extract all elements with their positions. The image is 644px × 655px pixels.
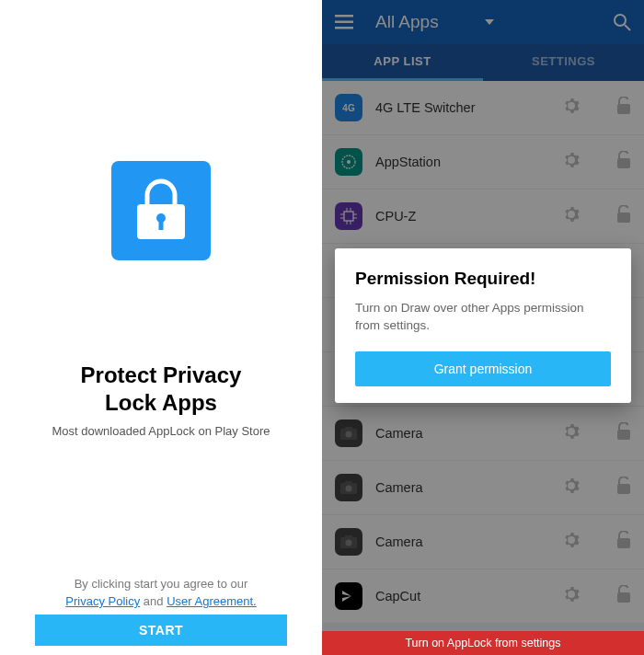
- gear-icon[interactable]: [563, 98, 580, 118]
- lock-open-icon[interactable]: [616, 531, 631, 553]
- privacy-policy-link[interactable]: Privacy Policy: [65, 594, 140, 608]
- gear-icon[interactable]: [563, 586, 580, 606]
- app-icon: [335, 148, 362, 176]
- lock-icon: [133, 178, 189, 243]
- svg-line-6: [625, 25, 630, 30]
- cpu-icon: [340, 208, 357, 224]
- app-row[interactable]: Camera: [322, 515, 644, 569]
- app-name-label: Camera: [375, 426, 550, 441]
- toolbar: All Apps: [322, 0, 644, 44]
- svg-rect-4: [335, 27, 353, 29]
- search-icon[interactable]: [613, 13, 631, 31]
- svg-rect-2: [335, 15, 353, 17]
- svg-rect-27: [617, 430, 630, 440]
- lock-open-icon[interactable]: [616, 585, 631, 607]
- gear-icon[interactable]: [563, 206, 580, 226]
- svg-point-9: [347, 160, 351, 164]
- app-row[interactable]: CPU-Z: [322, 190, 644, 244]
- title-line-1: Protect Privacy: [81, 362, 242, 389]
- capcut-icon: [340, 588, 357, 604]
- agreement-prefix: By clicking start you agree to our: [0, 576, 322, 593]
- agreement-and: and: [140, 594, 167, 608]
- svg-rect-11: [344, 212, 353, 221]
- svg-rect-31: [617, 484, 630, 494]
- toolbar-title[interactable]: All Apps: [375, 12, 439, 32]
- appstation-icon: [340, 154, 357, 170]
- user-agreement-link[interactable]: User Agreement.: [167, 594, 257, 608]
- app-icon: [335, 419, 362, 447]
- svg-point-5: [615, 15, 626, 26]
- dialog-body: Turn on Draw over other Apps permission …: [355, 300, 611, 335]
- agreement-text: By clicking start you agree to our Priva…: [0, 576, 322, 611]
- svg-rect-10: [617, 158, 630, 168]
- app-name-label: CPU-Z: [375, 209, 550, 224]
- app-logo: [111, 161, 211, 260]
- permission-dialog: Permission Required! Turn on Draw over o…: [335, 248, 631, 403]
- tab-app-list[interactable]: APP LIST: [322, 44, 483, 81]
- svg-rect-35: [617, 538, 630, 548]
- app-name-label: Camera: [375, 480, 550, 495]
- title-line-2: Lock Apps: [81, 389, 242, 417]
- app-icon: 4G: [335, 94, 362, 121]
- svg-rect-20: [617, 213, 630, 223]
- gear-icon[interactable]: [563, 423, 580, 443]
- onboarding-title: Protect Privacy Lock Apps: [81, 362, 242, 417]
- gear-icon[interactable]: [563, 477, 580, 498]
- app-icon: [335, 582, 362, 610]
- lock-open-icon[interactable]: [616, 151, 631, 173]
- app-name-label: Camera: [375, 534, 550, 549]
- app-name-label: 4G LTE Switcher: [375, 100, 550, 115]
- tab-settings[interactable]: SETTINGS: [483, 44, 644, 81]
- app-icon: [335, 202, 362, 230]
- app-row[interactable]: Camera: [322, 407, 644, 461]
- svg-rect-29: [345, 481, 352, 484]
- app-name-label: AppStation: [375, 155, 550, 169]
- camera-icon: [340, 535, 357, 548]
- app-icon: [335, 528, 362, 556]
- svg-point-26: [346, 431, 352, 438]
- menu-icon[interactable]: [335, 15, 353, 29]
- app-name-label: CapCut: [375, 589, 550, 603]
- gear-icon[interactable]: [563, 152, 580, 172]
- lock-open-icon[interactable]: [616, 477, 631, 499]
- app-row[interactable]: AppStation: [322, 135, 644, 190]
- grant-permission-button[interactable]: Grant permission: [355, 351, 611, 386]
- dropdown-icon[interactable]: [485, 19, 494, 25]
- app-row[interactable]: 4G4G LTE Switcher: [322, 81, 644, 135]
- app-icon: [335, 474, 362, 501]
- onboarding-subtitle: Most downloaded AppLock on Play Store: [52, 424, 270, 438]
- svg-rect-36: [617, 592, 630, 603]
- svg-point-30: [346, 486, 352, 492]
- camera-icon: [340, 427, 357, 440]
- camera-icon: [340, 481, 357, 494]
- bottom-warning-bar[interactable]: Turn on AppLock from settings: [322, 631, 644, 655]
- svg-rect-7: [617, 104, 630, 114]
- onboarding-panel: Protect Privacy Lock Apps Most downloade…: [0, 0, 322, 655]
- lock-open-icon[interactable]: [616, 205, 631, 227]
- app-list-screen: All Apps APP LIST SETTINGS 4G4G LTE Swit…: [322, 0, 644, 655]
- app-row[interactable]: CapCut: [322, 569, 644, 624]
- tabs: APP LIST SETTINGS: [322, 44, 644, 81]
- start-button[interactable]: START: [35, 615, 287, 646]
- svg-rect-1: [159, 220, 164, 230]
- svg-rect-3: [335, 21, 353, 24]
- lock-open-icon[interactable]: [616, 97, 631, 119]
- gear-icon[interactable]: [563, 532, 580, 552]
- lock-open-icon[interactable]: [616, 422, 631, 444]
- dialog-title: Permission Required!: [355, 269, 611, 289]
- svg-rect-33: [345, 535, 352, 538]
- app-row[interactable]: Camera: [322, 461, 644, 515]
- svg-rect-25: [345, 427, 352, 430]
- svg-point-34: [346, 540, 352, 546]
